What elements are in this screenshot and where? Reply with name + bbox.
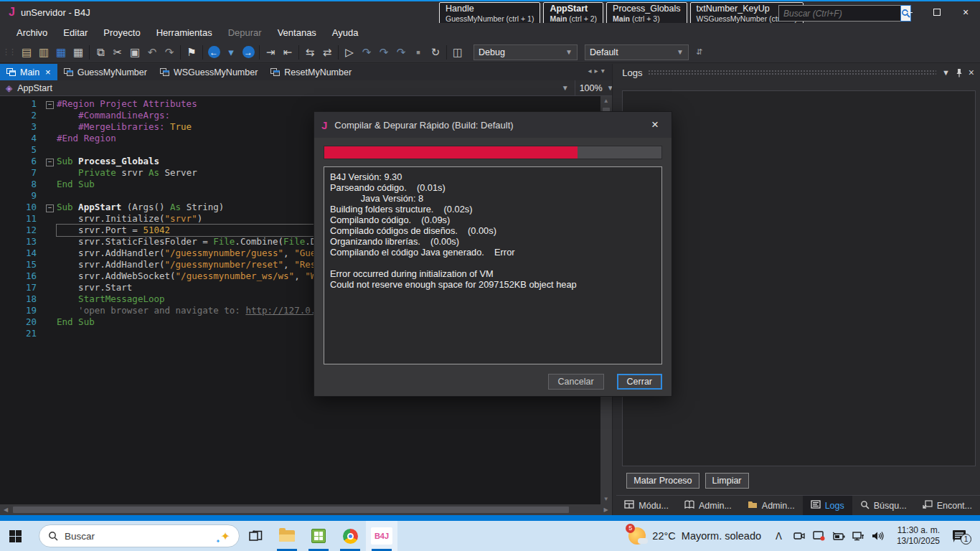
meet-now-icon[interactable] bbox=[793, 531, 806, 541]
back-history-caret-icon[interactable]: ▾ bbox=[222, 44, 240, 60]
scrollbar-thumb[interactable] bbox=[13, 507, 569, 513]
fold-collapse-icon[interactable] bbox=[46, 156, 57, 167]
panel-tab-search[interactable]: Búsqu... bbox=[852, 496, 915, 515]
save-all-icon[interactable]: ▦ bbox=[70, 44, 87, 60]
fold-collapse-icon[interactable] bbox=[46, 202, 57, 213]
copy-icon[interactable]: ⧉ bbox=[92, 44, 109, 60]
dialog-close-icon[interactable]: × bbox=[646, 118, 664, 132]
restart-icon[interactable]: ↻ bbox=[427, 44, 444, 60]
undo-icon[interactable]: ↶ bbox=[143, 44, 161, 60]
line-number: 8 bbox=[0, 179, 46, 190]
editor-tab-resetmynumber[interactable]: ResetMyNumber bbox=[264, 64, 358, 80]
panel-drag-handle[interactable] bbox=[648, 70, 936, 75]
scroll-up-icon[interactable]: ▲ bbox=[603, 96, 609, 106]
file-explorer-button[interactable] bbox=[271, 521, 303, 551]
screen-cast-icon[interactable] bbox=[813, 531, 825, 541]
panel-tab-modules[interactable]: Módu... bbox=[616, 496, 677, 515]
clock[interactable]: 11:30 a. m. 13/10/2025 bbox=[890, 525, 947, 547]
editor-tab-wsguessmynumber[interactable]: WSGuessMyNumber bbox=[154, 64, 264, 80]
spreadsheet-app-button[interactable] bbox=[303, 521, 334, 551]
scroll-right-icon[interactable]: ▶ bbox=[600, 507, 612, 513]
outdent-icon[interactable]: ⇤ bbox=[279, 44, 296, 60]
editor-horizontal-scrollbar[interactable]: ◀ ▶ bbox=[0, 504, 612, 515]
line-number: 11 bbox=[0, 213, 46, 225]
log-line: Error occurred during initialization of … bbox=[330, 268, 656, 279]
panel-tab-book[interactable]: Admin... bbox=[677, 496, 740, 515]
fold-gutter bbox=[46, 190, 57, 202]
search-input[interactable] bbox=[778, 5, 900, 22]
package-icon[interactable]: ◫ bbox=[449, 44, 466, 60]
fold-gutter bbox=[46, 236, 57, 248]
paste-icon[interactable]: ▣ bbox=[126, 44, 143, 60]
toolbar-overflow-icon[interactable]: ⇵ bbox=[696, 47, 702, 57]
start-button[interactable] bbox=[0, 521, 30, 551]
task-view-button[interactable] bbox=[240, 521, 271, 551]
network-icon[interactable] bbox=[852, 531, 864, 541]
menu-item-ventanas[interactable]: Ventanas bbox=[270, 25, 324, 40]
editor-tab-guessmynumber[interactable]: GuessMyNumber bbox=[57, 64, 154, 80]
menu-item-archivo[interactable]: Archivo bbox=[9, 25, 55, 40]
taskbar-search-box[interactable]: Buscar ✦✦ bbox=[39, 524, 240, 547]
panel-tab-folder[interactable]: Admin... bbox=[740, 496, 803, 515]
menu-item-depurar[interactable]: Depurar bbox=[220, 25, 270, 40]
step-out-icon[interactable]: ↷ bbox=[392, 44, 410, 60]
panel-tab-found[interactable]: Encont... bbox=[915, 496, 980, 515]
chevron-down-icon[interactable]: ▼ bbox=[562, 84, 569, 92]
build-config-combo[interactable]: Default▼ bbox=[585, 44, 689, 60]
editor-tab-label: ResetMyNumber bbox=[284, 67, 352, 77]
menu-item-editar[interactable]: Editar bbox=[55, 25, 95, 40]
module-icon bbox=[270, 68, 280, 76]
build-mode-combo[interactable]: Debug▼ bbox=[473, 44, 578, 60]
step-over-icon[interactable]: ↷ bbox=[358, 44, 375, 60]
notification-center-button[interactable]: 1 bbox=[948, 529, 976, 543]
panel-menu-chevron-icon[interactable]: ▼ bbox=[942, 68, 950, 77]
weather-widget[interactable]: 5 22°C Mayorm. soleado bbox=[621, 527, 768, 545]
scroll-down-icon[interactable]: ▼ bbox=[603, 494, 609, 504]
pin-icon[interactable] bbox=[956, 68, 963, 77]
back-icon[interactable]: ← bbox=[205, 44, 222, 60]
kill-process-button[interactable]: Matar Proceso bbox=[626, 473, 699, 489]
b4j-taskbar-button[interactable]: B4J bbox=[366, 521, 397, 551]
bookmark-icon[interactable]: ⚑ bbox=[183, 44, 200, 60]
editor-tab-main[interactable]: Main× bbox=[0, 64, 57, 80]
step-into-icon[interactable]: ↷ bbox=[375, 44, 392, 60]
panel-close-icon[interactable]: × bbox=[969, 67, 974, 78]
forward-icon[interactable]: → bbox=[240, 44, 257, 60]
stop-icon[interactable]: ■ bbox=[410, 44, 427, 60]
menu-item-herramientas[interactable]: Herramientas bbox=[149, 25, 220, 40]
chrome-button[interactable] bbox=[334, 521, 366, 551]
current-sub-name[interactable]: AppStart bbox=[17, 83, 52, 93]
code-line[interactable]: 1#Region Project Attributes bbox=[0, 98, 612, 110]
clear-logs-button[interactable]: Limpiar bbox=[705, 473, 749, 489]
battery-icon[interactable] bbox=[832, 532, 845, 541]
editor-zoom-select[interactable]: 100%▼ bbox=[575, 80, 612, 95]
line-number: 6 bbox=[0, 156, 46, 167]
menu-item-proyecto[interactable]: Proyecto bbox=[95, 25, 148, 40]
shift-right-icon[interactable]: ⇄ bbox=[319, 44, 336, 60]
panel-tab-logs-active[interactable]: Logs bbox=[803, 496, 852, 515]
fold-collapse-icon[interactable] bbox=[46, 98, 57, 110]
close-dialog-button[interactable]: Cerrar bbox=[617, 374, 662, 390]
toolbar-separator bbox=[180, 45, 181, 60]
hidden-icons-chevron[interactable]: ᐱ bbox=[770, 531, 788, 542]
open-project-icon[interactable]: ▥ bbox=[35, 44, 52, 60]
cut-icon[interactable]: ✂ bbox=[109, 44, 126, 60]
panel-tab-label: Búsqu... bbox=[874, 501, 907, 511]
menu-item-ayuda[interactable]: Ayuda bbox=[324, 25, 367, 40]
redo-icon[interactable]: ↷ bbox=[161, 44, 178, 60]
cancel-button[interactable]: Cancelar bbox=[548, 374, 604, 390]
close-tab-icon[interactable]: × bbox=[45, 67, 51, 77]
close-button[interactable]: × bbox=[951, 1, 980, 23]
save-icon[interactable]: ▦ bbox=[52, 44, 70, 60]
new-project-icon[interactable]: ▤ bbox=[18, 44, 35, 60]
tab-scroll-controls[interactable]: ◂▸▾ bbox=[588, 67, 608, 75]
maximize-button[interactable] bbox=[923, 1, 951, 23]
minimize-button[interactable] bbox=[894, 1, 923, 23]
volume-icon[interactable] bbox=[872, 531, 884, 541]
line-number: 9 bbox=[0, 190, 46, 202]
shift-left-icon[interactable]: ⇆ bbox=[301, 44, 319, 60]
run-icon[interactable]: ▷ bbox=[341, 44, 358, 60]
bottom-panel-tabs: Módu...Admin...Admin...LogsBúsqu...Encon… bbox=[616, 495, 980, 515]
scroll-left-icon[interactable]: ◀ bbox=[0, 507, 11, 513]
indent-icon[interactable]: ⇥ bbox=[262, 44, 279, 60]
